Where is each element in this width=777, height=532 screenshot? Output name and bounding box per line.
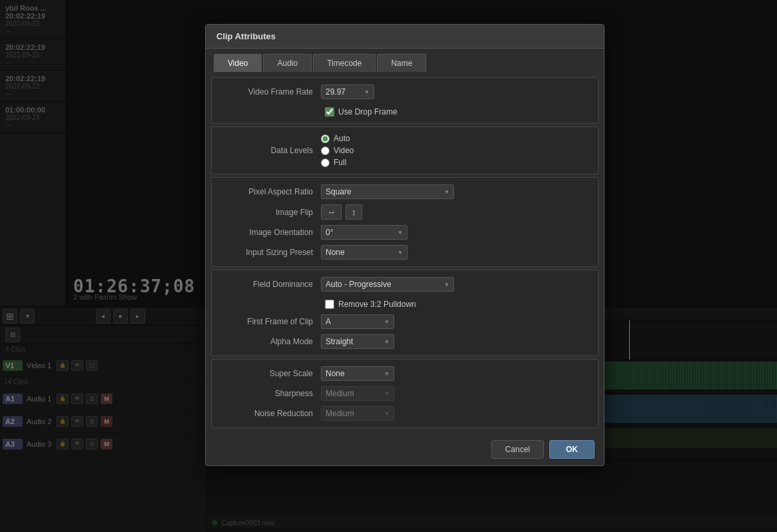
dialog-overlay: Clip Attributes Video Audio Timecode Nam…	[0, 0, 777, 532]
field-dominance-label: Field Dominance	[221, 280, 321, 289]
pulldown-row: Remove 3:2 Pulldown	[325, 297, 589, 309]
sharpness-label: Sharpness	[221, 389, 321, 398]
dialog-footer: Cancel OK	[206, 433, 604, 465]
frame-rate-dropdown[interactable]: 29.97 ▼	[321, 85, 374, 99]
image-orientation-label: Image Orientation	[221, 228, 321, 237]
alpha-mode-value: Straight	[326, 337, 353, 346]
sharpness-row: Sharpness Medium ▼	[221, 386, 589, 401]
sharpness-control: Medium ▼	[321, 386, 589, 401]
pixel-aspect-control: Square ▼	[321, 184, 589, 199]
pixel-section: Pixel Aspect Ratio Square ▼ Image Flip ↔…	[211, 177, 599, 267]
chevron-down-icon: ▼	[397, 230, 403, 236]
super-scale-row: Super Scale None ▼	[221, 366, 589, 381]
super-scale-label: Super Scale	[221, 369, 321, 378]
super-scale-control: None ▼	[321, 366, 589, 381]
data-levels-row: Data Levels Auto Video	[221, 134, 589, 167]
data-levels-radio-group: Auto Video Full	[321, 134, 354, 167]
noise-reduction-label: Noise Reduction	[221, 409, 321, 418]
sharpness-value: Medium	[326, 389, 354, 398]
alpha-mode-control: Straight ▼	[321, 334, 589, 349]
pixel-aspect-row: Pixel Aspect Ratio Square ▼	[221, 184, 589, 199]
alpha-mode-label: Alpha Mode	[221, 337, 321, 346]
data-levels-auto-label: Auto	[334, 134, 350, 143]
drop-frame-label: Use Drop Frame	[338, 107, 397, 117]
image-orientation-value: 0°	[326, 228, 333, 237]
super-scale-value: None	[326, 369, 345, 378]
first-frame-dropdown[interactable]: A ▼	[321, 314, 394, 329]
data-levels-video-radio[interactable]	[321, 146, 330, 155]
frame-rate-label: Video Frame Rate	[221, 87, 321, 97]
data-levels-label: Data Levels	[221, 146, 321, 155]
pixel-aspect-dropdown[interactable]: Square ▼	[321, 184, 454, 199]
pulldown-checkbox[interactable]	[325, 300, 334, 309]
noise-reduction-value: Medium	[326, 409, 354, 418]
first-frame-control: A ▼	[321, 314, 589, 329]
dialog-content: Video Frame Rate 29.97 ▼ Use Drop Frame	[206, 72, 604, 433]
data-levels-control: Auto Video Full	[321, 134, 589, 167]
data-levels-full-row: Full	[321, 158, 354, 167]
chevron-down-icon: ▼	[397, 250, 403, 256]
h-flip-button[interactable]: ↔	[321, 204, 342, 220]
clip-attributes-dialog: Clip Attributes Video Audio Timecode Nam…	[205, 24, 605, 466]
field-dominance-control: Auto - Progressive ▼	[321, 277, 589, 292]
image-orientation-row: Image Orientation 0° ▼	[221, 225, 589, 240]
scale-section: Super Scale None ▼ Sharpness Medium ▼	[211, 359, 599, 428]
super-scale-dropdown[interactable]: None ▼	[321, 366, 394, 381]
drop-frame-checkbox-row: Use Drop Frame	[325, 107, 397, 117]
frame-rate-row: Video Frame Rate 29.97 ▼	[221, 85, 589, 99]
input-sizing-value: None	[326, 248, 345, 257]
noise-reduction-dropdown[interactable]: Medium ▼	[321, 406, 394, 421]
pulldown-label: Remove 3:2 Pulldown	[338, 300, 416, 309]
ok-button[interactable]: OK	[549, 440, 595, 459]
chevron-down-icon: ▼	[384, 319, 389, 325]
field-dominance-row: Field Dominance Auto - Progressive ▼	[221, 277, 589, 292]
frame-rate-value: 29.97	[326, 87, 346, 97]
image-flip-label: Image Flip	[221, 208, 321, 217]
image-orientation-control: 0° ▼	[321, 225, 589, 240]
chevron-down-icon: ▼	[384, 411, 389, 417]
drop-frame-row: Use Drop Frame	[325, 105, 589, 117]
frame-rate-section: Video Frame Rate 29.97 ▼ Use Drop Frame	[211, 77, 599, 124]
chevron-down-icon: ▼	[444, 282, 449, 288]
sharpness-dropdown[interactable]: Medium ▼	[321, 386, 394, 401]
input-sizing-label: Input Sizing Preset	[221, 248, 321, 257]
tab-video[interactable]: Video	[214, 54, 262, 72]
first-frame-row: First Frame of Clip A ▼	[221, 314, 589, 329]
dialog-tabs: Video Audio Timecode Name	[206, 49, 604, 72]
chevron-down-icon: ▼	[384, 391, 389, 397]
field-section: Field Dominance Auto - Progressive ▼ Rem…	[211, 270, 599, 356]
noise-reduction-control: Medium ▼	[321, 406, 589, 421]
input-sizing-control: None ▼	[321, 245, 589, 260]
image-flip-control: ↔ ↕	[321, 204, 589, 220]
chevron-down-icon: ▼	[384, 339, 389, 345]
tab-name[interactable]: Name	[377, 54, 426, 72]
alpha-mode-row: Alpha Mode Straight ▼	[221, 334, 589, 349]
data-levels-full-radio[interactable]	[321, 158, 330, 167]
input-sizing-row: Input Sizing Preset None ▼	[221, 245, 589, 260]
drop-frame-checkbox[interactable]	[325, 107, 334, 117]
dialog-title: Clip Attributes	[216, 31, 276, 41]
chevron-down-icon: ▼	[444, 189, 449, 195]
chevron-down-icon: ▼	[384, 371, 389, 377]
noise-reduction-row: Noise Reduction Medium ▼	[221, 406, 589, 421]
v-flip-button[interactable]: ↕	[346, 204, 362, 220]
data-levels-auto-radio[interactable]	[321, 134, 330, 143]
tab-timecode[interactable]: Timecode	[313, 54, 376, 72]
data-levels-section: Data Levels Auto Video	[211, 127, 599, 174]
field-dominance-dropdown[interactable]: Auto - Progressive ▼	[321, 277, 454, 292]
pixel-aspect-value: Square	[326, 187, 352, 196]
image-flip-row: Image Flip ↔ ↕	[221, 204, 589, 220]
field-dominance-value: Auto - Progressive	[326, 280, 391, 289]
image-orientation-dropdown[interactable]: 0° ▼	[321, 225, 407, 240]
first-frame-value: A	[326, 317, 331, 326]
first-frame-label: First Frame of Clip	[221, 317, 321, 326]
data-levels-video-row: Video	[321, 146, 354, 155]
tab-audio[interactable]: Audio	[263, 54, 312, 72]
frame-rate-control: 29.97 ▼	[321, 85, 589, 99]
input-sizing-dropdown[interactable]: None ▼	[321, 245, 407, 260]
pulldown-checkbox-row: Remove 3:2 Pulldown	[325, 300, 416, 309]
data-levels-full-label: Full	[334, 158, 346, 167]
chevron-down-icon: ▼	[364, 89, 370, 95]
cancel-button[interactable]: Cancel	[491, 440, 544, 459]
alpha-mode-dropdown[interactable]: Straight ▼	[321, 334, 394, 349]
